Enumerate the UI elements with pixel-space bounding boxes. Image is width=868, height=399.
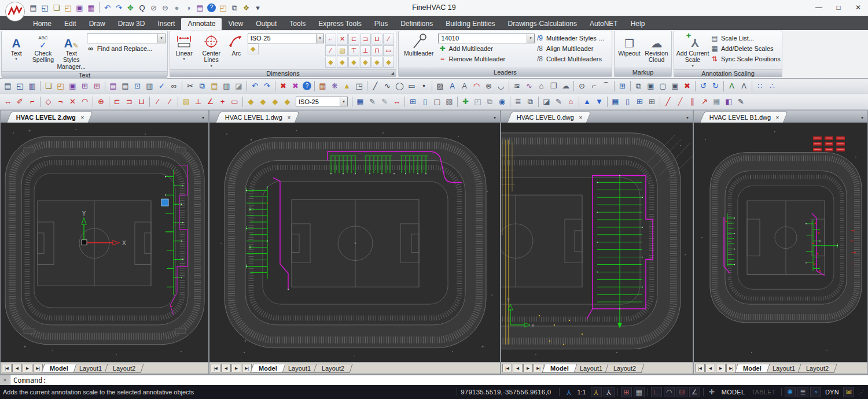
dim-continue-sm-icon[interactable]: ⊐ [123, 95, 135, 108]
styles-palette-icon[interactable]: ❋ [329, 80, 341, 92]
revision-cloud-button[interactable]: ☁ Revision Cloud [643, 32, 670, 66]
layer-tree-icon[interactable]: ⧉ [524, 95, 536, 108]
ribbon-tab-insert[interactable]: Insert [151, 18, 181, 30]
mirror-3d-icon[interactable]: Λ [738, 80, 750, 92]
text-button[interactable]: A Text▾ [3, 32, 29, 71]
dtext-icon[interactable]: A [458, 80, 470, 92]
tab-layout2[interactable]: Layout2 [104, 364, 144, 373]
layout-nav-buttons[interactable]: |◀◀▶▶| [211, 364, 252, 372]
arc-tool-icon[interactable]: ◠ [470, 80, 483, 92]
page-setup-icon[interactable]: ▥ [144, 80, 156, 92]
ribbon-tab-output[interactable]: Output [249, 18, 283, 30]
next-layout-button[interactable]: ▶ [716, 364, 726, 372]
dim-continue-icon[interactable]: ⊐ [360, 34, 371, 45]
home-view-icon[interactable]: ⌂ [565, 95, 577, 108]
ellipse-icon[interactable]: ⊜ [483, 80, 495, 92]
dim-apply-sm-icon[interactable]: ◆ [269, 95, 281, 108]
folder-icon[interactable]: ◰ [218, 2, 229, 13]
close-icon[interactable]: × [288, 114, 291, 120]
center-lines-button[interactable]: Center Lines▾ [197, 32, 225, 68]
dim-jog-icon[interactable]: ⌐ [325, 34, 336, 45]
polyline-edit-icon[interactable]: ✎ [378, 95, 391, 108]
chevron-down-icon[interactable]: ▾ [157, 34, 165, 43]
export-rcis-icon[interactable]: ⊞ [79, 80, 91, 92]
prev-layout-button[interactable]: ◀ [221, 364, 231, 372]
open-drawing-icon[interactable]: ◰ [62, 2, 73, 13]
maximize-button[interactable]: □ [829, 1, 848, 14]
plot-icon[interactable]: ▤ [119, 80, 131, 92]
design-center-icon[interactable]: ▦ [317, 80, 329, 92]
gray-grid-icon[interactable]: ▦ [711, 95, 723, 108]
door-2-icon[interactable]: ▯ [621, 95, 634, 108]
dim-cap-icon[interactable]: ⊓ [372, 45, 382, 56]
dim-oblique-icon[interactable]: ⁄ [383, 34, 394, 45]
publish-web-icon[interactable]: ◉ [496, 95, 508, 108]
bld-open-2-icon[interactable]: ◱ [14, 80, 26, 92]
clock-icon[interactable]: ◔ [810, 387, 821, 397]
window-grid-icon[interactable]: ▦ [609, 95, 621, 108]
close-icon[interactable]: × [579, 114, 583, 120]
dim-override-icon[interactable]: ◆ [337, 57, 348, 68]
dim-edit-icon[interactable]: ▧ [337, 45, 348, 56]
bld-new-2-icon[interactable]: ▤ [2, 80, 14, 92]
spring-icon[interactable]: ≋ [511, 80, 523, 92]
box-3d-icon[interactable]: ◪ [540, 95, 553, 108]
dialog-launcher-icon[interactable]: ◢ [391, 71, 394, 76]
tab-model[interactable]: Model [734, 364, 770, 373]
tab-layout2[interactable]: Layout2 [313, 364, 352, 373]
dim-inspect-icon[interactable]: ⁄ [325, 45, 336, 56]
tab-model[interactable]: Model [250, 364, 285, 373]
add-entity-icon[interactable]: ✚ [459, 95, 472, 108]
check-spelling-button[interactable]: ABC✓ Check Spelling [30, 32, 56, 71]
level-down-icon[interactable]: ▼ [593, 95, 605, 108]
bld-new-icon[interactable]: ▤ [28, 2, 39, 13]
pencil-2-icon[interactable]: ✎ [735, 95, 747, 108]
dim-reassociate-icon[interactable]: ◆ [360, 57, 371, 68]
redo-2-icon[interactable]: ↷ [261, 80, 273, 92]
layout-viewports-icon[interactable]: ◳ [353, 80, 365, 92]
dim-center-sm-icon[interactable]: + [216, 95, 229, 108]
save-as-icon[interactable]: ▦ [86, 2, 97, 13]
ribbon-tab-tools[interactable]: Tools [283, 18, 312, 30]
revcloud-tool-icon[interactable]: ☁ [560, 80, 572, 92]
chevron-down-icon[interactable]: ▾ [686, 115, 689, 120]
folder-2-icon[interactable]: ◰ [472, 95, 484, 108]
app-logo-icon[interactable] [5, 1, 25, 24]
first-layout-button[interactable]: |◀ [502, 364, 512, 372]
dim-override-sm-icon[interactable]: ◆ [257, 95, 269, 108]
annotation-scale-icon[interactable]: Y [563, 387, 574, 397]
dim-edit-sm-icon[interactable]: ▧ [180, 95, 192, 108]
ellipse-arc-icon[interactable]: ◡ [495, 80, 507, 92]
sheet-set-icon[interactable]: ⧉ [229, 2, 240, 13]
zoom-icon[interactable]: Q [137, 2, 148, 13]
close-icon[interactable]: × [81, 114, 84, 120]
dim-text-home-icon[interactable]: ⊥ [192, 95, 204, 108]
window-4-icon[interactable]: ⊞ [634, 95, 646, 108]
annotation-scale-value[interactable]: 1:1 [577, 389, 586, 396]
paste-special-icon[interactable]: ▥ [220, 80, 233, 92]
import-rcis-icon[interactable]: ⊞ [91, 80, 103, 92]
dim-inspect-sm-icon[interactable]: ⁄ [164, 95, 176, 108]
next-layout-button[interactable]: ▶ [231, 364, 241, 372]
chevron-down-icon[interactable]: ▾ [861, 115, 863, 120]
door-icon[interactable]: ▯ [419, 95, 431, 108]
document-tab[interactable]: HVAC LEVEL B1.dwg × [700, 112, 788, 123]
print-preview-icon[interactable]: ⊡ [131, 80, 144, 92]
scale-list-button[interactable]: ▤ Scale List... [711, 34, 780, 43]
remove-multileader-button[interactable]: − Remove Multileader [438, 54, 535, 64]
circle-icon[interactable]: ◯ [393, 80, 406, 92]
ribbon-tab-help[interactable]: Help [624, 18, 652, 30]
prev-layout-button[interactable]: ◀ [705, 364, 715, 372]
spell-check-icon[interactable]: ✓ [156, 80, 168, 92]
dim-arc-icon[interactable]: ◠ [79, 95, 91, 108]
otrack-toggle-icon[interactable]: ∠ [689, 387, 700, 397]
text-styles-button[interactable]: A✎ Text Styles Manager... [57, 32, 86, 71]
dim-oblique-sm-icon[interactable]: ⁄ [152, 95, 164, 108]
settings-icon[interactable]: ✱ [785, 387, 796, 397]
zoom-window-icon[interactable]: ⊖ [160, 2, 171, 13]
chevron-down-icon[interactable]: ▾ [494, 115, 496, 120]
first-layout-button[interactable]: |◀ [2, 364, 12, 372]
add-delete-scales-button[interactable]: ▦ Add/Delete Scales [711, 44, 780, 54]
drawing-canvas[interactable]: Y X [1, 123, 208, 362]
resize-grip-icon[interactable]: ⋰ [858, 389, 865, 396]
